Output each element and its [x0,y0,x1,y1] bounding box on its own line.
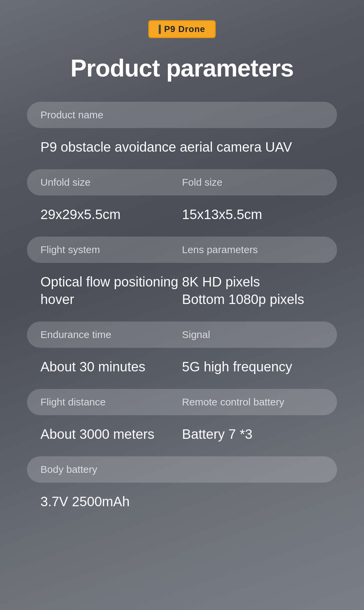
section-product-name: Product nameP9 obstacle avoidance aerial… [27,102,337,166]
header-label-endurance-signal-1: Signal [182,329,324,340]
values-row-flight-battery: About 3000 metersBattery 7 *3 [27,422,337,453]
section-flight-battery: Flight distanceRemote control batteryAbo… [27,389,337,453]
header-row-flight-battery: Flight distanceRemote control battery [27,389,337,415]
header-row-flight-lens: Flight systemLens parameters [27,237,337,263]
section-endurance-signal: Endurance timeSignalAbout 30 minutes5G h… [27,322,337,386]
header-label-body-battery-0: Body battery [40,464,324,475]
value-flight-battery-0: About 3000 meters [40,425,182,443]
value-product-name-0: P9 obstacle avoidance aerial camera UAV [40,138,324,156]
values-row-endurance-signal: About 30 minutes5G high frequency [27,355,337,386]
header-label-endurance-signal-0: Endurance time [40,329,182,340]
header-label-flight-lens-1: Lens parameters [182,244,324,255]
header-label-size-0: Unfold size [40,177,182,188]
section-size: Unfold sizeFold size29x29x5.5cm15x13x5.5… [27,169,337,233]
values-row-product-name: P9 obstacle avoidance aerial camera UAV [27,135,337,166]
header-label-flight-lens-0: Flight system [40,244,182,255]
values-row-size: 29x29x5.5cm15x13x5.5cm [27,202,337,233]
product-badge: P9 Drone [148,20,216,38]
header-row-size: Unfold sizeFold size [27,169,337,195]
header-label-size-1: Fold size [182,177,324,188]
header-row-body-battery: Body battery [27,456,337,483]
value-flight-battery-1: Battery 7 *3 [182,425,324,443]
badge-bar-decoration [159,25,161,34]
header-label-flight-battery-0: Flight distance [40,396,182,408]
section-flight-lens: Flight systemLens parametersOptical flow… [27,237,337,318]
value-endurance-signal-1: 5G high frequency [182,358,324,375]
header-label-flight-battery-1: Remote control battery [182,396,324,408]
header-row-endurance-signal: Endurance timeSignal [27,322,337,348]
page-title: Product parameters [70,55,294,82]
values-row-flight-lens: Optical flow positioning hover8K HD pixe… [27,270,337,318]
value-endurance-signal-0: About 30 minutes [40,358,182,375]
value-flight-lens-0: Optical flow positioning hover [40,273,182,308]
value-size-0: 29x29x5.5cm [40,206,182,223]
parameters-container: Product nameP9 obstacle avoidance aerial… [27,102,337,524]
header-row-product-name: Product name [27,102,337,128]
section-body-battery: Body battery3.7V 2500mAh [27,456,337,520]
value-size-1: 15x13x5.5cm [182,206,324,223]
value-body-battery-0: 3.7V 2500mAh [40,493,324,510]
badge-label: P9 Drone [164,24,205,34]
header-label-product-name-0: Product name [40,109,324,121]
values-row-body-battery: 3.7V 2500mAh [27,489,337,520]
value-flight-lens-1: 8K HD pixelsBottom 1080p pixels [182,273,324,308]
